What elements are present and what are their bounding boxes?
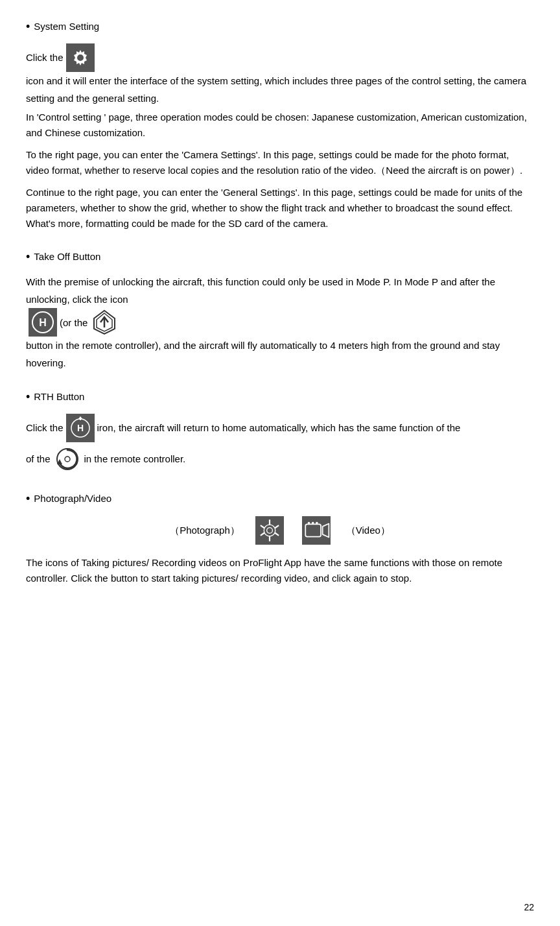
rth-para1-after: in the remote controller.	[84, 450, 186, 468]
rth-header: • RTH Button	[26, 390, 534, 405]
remote-spin-icon	[53, 445, 82, 473]
video-label: （Video）	[346, 523, 390, 538]
svg-point-31	[316, 522, 318, 525]
para1-before: Click the	[26, 49, 64, 66]
gear-icon	[66, 43, 95, 72]
rth-icon: H	[66, 414, 95, 442]
photo-video-icons-row: （Photograph）	[26, 516, 534, 545]
svg-text:H: H	[39, 317, 47, 328]
system-setting-section: • System Setting Click the icon and it w…	[26, 19, 534, 232]
bullet-dot-3: •	[26, 391, 30, 403]
svg-text:H: H	[76, 423, 83, 433]
rth-of-the: of the	[26, 450, 51, 468]
rth-para1-mid: iron, the aircraft will return to home a…	[97, 419, 461, 436]
rth-title: RTH Button	[34, 390, 84, 405]
photo-video-title: Photograph/Video	[34, 492, 111, 506]
system-setting-para1: Click the icon and it will enter the int…	[26, 43, 534, 107]
rth-button-section: • RTH Button Click the H iron, the aircr…	[26, 390, 534, 473]
rth-para1-before: Click the	[26, 419, 64, 436]
svg-point-30	[312, 522, 314, 525]
system-setting-para3: To the right page, you can enter the 'Ca…	[26, 147, 534, 178]
svg-point-2	[77, 54, 84, 61]
rth-para1-line1: Click the H iron, the aircraft will retu…	[26, 414, 534, 442]
bullet-dot: •	[26, 21, 30, 32]
system-setting-title: System Setting	[34, 19, 99, 34]
svg-point-15	[65, 457, 70, 462]
takeoff-para1-after: button in the remote controller), and th…	[26, 337, 534, 372]
system-setting-header: • System Setting	[26, 19, 534, 34]
photo-video-header: • Photograph/Video	[26, 492, 534, 506]
takeoff-para1-mid: (or the	[60, 314, 88, 331]
svg-point-13	[57, 449, 78, 469]
photo-video-para1: The icons of Taking pictures/ Recording …	[26, 555, 534, 586]
video-icon	[302, 516, 331, 545]
rth-para1-line2: of the in the remote controller.	[26, 445, 534, 473]
takeoff-title: Take Off Button	[34, 250, 100, 265]
bullet-dot-4: •	[26, 493, 30, 505]
system-setting-para2: In 'Control setting ' page, three operat…	[26, 110, 534, 141]
photograph-icon	[255, 516, 284, 545]
photo-label: （Photograph）	[170, 523, 240, 538]
svg-point-29	[308, 522, 310, 525]
takeoff-button-section: • Take Off Button With the premise of un…	[26, 250, 534, 372]
photograph-video-section: • Photograph/Video （Photograph）	[26, 492, 534, 587]
takeoff-para1-before: With the premise of unlocking the aircra…	[26, 273, 534, 308]
system-setting-para4: Continue to the right page, you can ente…	[26, 185, 534, 232]
takeoff-icon: H	[29, 308, 57, 337]
bullet-dot-2: •	[26, 251, 30, 263]
page-number: 22	[524, 901, 534, 914]
takeoff-para1: With the premise of unlocking the aircra…	[26, 273, 534, 372]
para1-after: icon and it will enter the interface of …	[26, 72, 534, 107]
svg-rect-26	[302, 516, 331, 545]
remote-up-icon	[90, 308, 119, 337]
takeoff-header: • Take Off Button	[26, 250, 534, 265]
